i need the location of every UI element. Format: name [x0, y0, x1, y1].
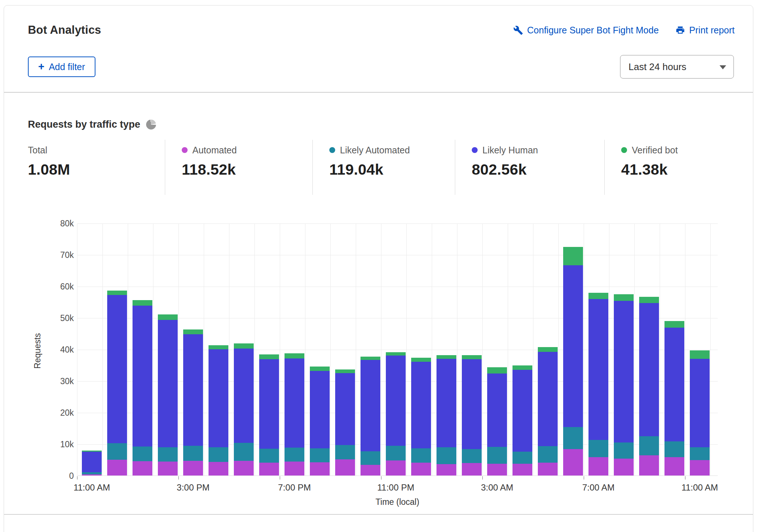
stat-label: Total: [28, 145, 47, 156]
bar-segment-likely-human: [462, 359, 482, 449]
header: Bot Analytics Configure Super Bot Fight …: [28, 22, 735, 38]
stacked-bar-8-00-pm: [310, 367, 330, 475]
bar-segment-automated: [437, 464, 456, 475]
x-axis-title: Time (local): [77, 497, 718, 507]
bar-segment-verified-bot: [538, 347, 558, 352]
likely-automated-legend-dot: [329, 147, 335, 153]
bar-segment-automated: [133, 461, 152, 475]
stat-verified-bot: Verified bot 41.38k: [604, 140, 753, 195]
bar-segment-likely-human: [639, 303, 659, 437]
x-tick-label: 11:00 PM: [377, 482, 414, 493]
time-range-value: Last 24 hours: [629, 61, 687, 73]
bar-segment-likely-human: [259, 359, 279, 449]
bar-segment-likely-automated: [158, 447, 178, 462]
bar-segment-likely-human: [690, 359, 710, 447]
bar-segment-likely-human: [614, 301, 634, 442]
y-tick-label: 20k: [37, 408, 74, 418]
requests-by-traffic-type-chart: Requests 010k20k30k40k50k60k70k80k 11:00…: [28, 209, 727, 507]
bar-segment-automated: [690, 460, 710, 475]
stacked-bar-10-00-pm: [361, 357, 380, 475]
x-tick-mark: [178, 476, 179, 480]
bar-segment-likely-automated: [234, 443, 254, 461]
stacked-bar-7-00-pm: [285, 353, 304, 475]
bar-segment-likely-human: [361, 360, 380, 451]
stat-label: Likely Human: [482, 145, 538, 156]
bar-segment-likely-automated: [411, 448, 431, 463]
automated-legend-dot: [182, 147, 188, 153]
bar-segment-likely-automated: [107, 443, 127, 460]
x-tick-mark: [280, 476, 280, 480]
stat-automated: Automated 118.52k: [165, 140, 312, 195]
stacked-bar-12-00-am: [411, 358, 431, 475]
bar-segment-automated: [614, 459, 634, 475]
bar-segment-likely-human: [538, 352, 558, 446]
traffic-type-stats: Total 1.08M Automated 118.52k Likely Aut…: [4, 140, 753, 195]
bar-segment-verified-bot: [690, 350, 710, 358]
bar-segment-verified-bot: [133, 300, 152, 306]
stacked-bar-9-00-pm: [335, 369, 355, 475]
bar-segment-likely-human: [285, 358, 304, 448]
stacked-bar-6-00-pm: [259, 354, 279, 475]
bar-segment-likely-automated: [462, 449, 482, 463]
stacked-bar-2-00-am: [462, 355, 482, 475]
stat-value: 118.52k: [182, 161, 312, 178]
bar-segment-verified-bot: [259, 354, 279, 359]
bar-segment-likely-automated: [614, 442, 634, 459]
x-tick-label: 7:00 PM: [278, 482, 311, 493]
bar-segment-automated: [361, 465, 380, 475]
section-title: Requests by traffic type: [28, 119, 140, 130]
bar-segment-likely-automated: [335, 445, 355, 460]
bar-segment-likely-human: [158, 320, 178, 447]
time-range-select[interactable]: Last 24 hours: [620, 55, 734, 79]
x-tick-mark: [584, 476, 584, 480]
filter-row: + Add filter Last 24 hours: [28, 55, 734, 78]
stacked-bar-5-00-am: [538, 347, 558, 475]
bar-segment-likely-automated: [285, 448, 304, 462]
header-divider: [4, 92, 753, 92]
x-tick-mark: [685, 476, 685, 480]
stacked-bar-2-00-pm: [158, 314, 178, 475]
stacked-bar-4-00-am: [512, 365, 532, 475]
bar-segment-likely-automated: [690, 447, 710, 460]
likely-human-legend-dot: [472, 147, 478, 153]
bar-segment-verified-bot: [183, 329, 203, 334]
bar-segment-likely-human: [335, 373, 355, 445]
print-report-link[interactable]: Print report: [675, 25, 735, 36]
y-tick-label: 40k: [37, 345, 74, 355]
bar-segment-automated: [234, 461, 254, 475]
bottom-section-divider: [4, 514, 753, 515]
stat-label: Automated: [192, 145, 237, 156]
y-tick-label: 70k: [37, 250, 74, 260]
bar-segment-likely-human: [664, 328, 684, 441]
bar-segment-verified-bot: [664, 321, 684, 327]
header-links: Configure Super Bot Fight Mode Print rep…: [513, 25, 735, 36]
bar-segment-verified-bot: [563, 247, 583, 266]
bar-segment-likely-human: [82, 452, 102, 472]
plot-area: [77, 223, 718, 476]
stacked-bar-11-00-am: [690, 350, 710, 475]
stat-label: Verified bot: [632, 145, 678, 156]
printer-icon: [675, 25, 685, 35]
bar-segment-likely-human: [437, 359, 456, 447]
bar-segment-likely-human: [512, 370, 532, 452]
configure-super-bot-fight-mode-link[interactable]: Configure Super Bot Fight Mode: [513, 25, 659, 36]
stacked-bar-6-00-am: [563, 247, 583, 475]
stacked-bar-9-00-am: [639, 297, 659, 475]
bar-segment-automated: [335, 459, 355, 475]
bar-segment-likely-automated: [639, 436, 659, 455]
stacked-bar-12-00-pm: [107, 291, 127, 475]
add-filter-label: Add filter: [49, 62, 85, 72]
add-filter-button[interactable]: + Add filter: [28, 57, 95, 77]
bar-segment-verified-bot: [158, 314, 178, 320]
bar-segment-automated: [512, 464, 532, 475]
y-tick-label: 50k: [37, 313, 74, 323]
stat-value: 802.56k: [472, 161, 604, 178]
bar-segment-likely-human: [209, 349, 228, 447]
bar-segment-likely-human: [487, 374, 507, 447]
bar-segment-automated: [285, 462, 304, 475]
bar-segment-verified-bot: [209, 345, 228, 349]
stacked-bar-7-00-am: [588, 293, 608, 475]
stacked-bar-10-00-am: [664, 321, 684, 475]
stat-total: Total 1.08M: [4, 140, 165, 195]
bar-segment-automated: [386, 460, 406, 475]
